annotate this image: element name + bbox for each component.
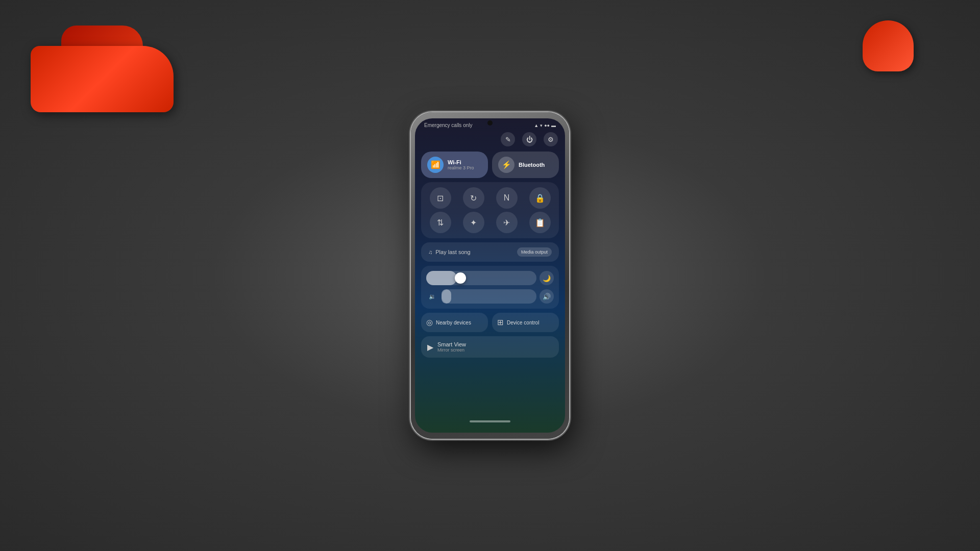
clipboard-tile[interactable]: 📋	[529, 212, 551, 233]
flashlight-icon: ✦	[470, 218, 477, 228]
device-control-tile[interactable]: ⊞ Device control	[492, 313, 559, 332]
media-output-label: Media output	[521, 249, 548, 255]
settings-icon: ⚙	[548, 136, 554, 143]
screen-lock-tile[interactable]: 🔒	[529, 187, 551, 209]
data-saver-icon: ⇅	[437, 218, 444, 228]
volume-start-icon: 🔉	[426, 290, 438, 303]
volume-slider[interactable]	[442, 289, 536, 304]
nfc-icon: N	[504, 193, 510, 203]
wifi-tile-icon: 📶	[427, 157, 444, 173]
speaker-icon: 🔊	[543, 293, 551, 300]
play-last-song-text: Play last song	[435, 249, 470, 255]
clipboard-icon: 📋	[535, 218, 545, 228]
nearby-devices-tile[interactable]: ◎ Nearby devices	[421, 313, 488, 332]
sync-tile[interactable]: ↻	[463, 187, 484, 209]
screenshot-tile[interactable]: ⊡	[430, 187, 451, 209]
wifi-sublabel: realme 3 Pro	[448, 165, 474, 170]
brightness-slider[interactable]	[426, 271, 536, 285]
bluetooth-symbol: ⚡	[502, 160, 511, 169]
media-output-button[interactable]: Media output	[517, 247, 552, 257]
brightness-thumb[interactable]	[455, 272, 466, 284]
bluetooth-tile-text: Bluetooth	[519, 162, 545, 168]
wifi-tile-text: Wi-Fi realme 3 Pro	[448, 159, 474, 170]
connectivity-tiles-row: 📶 Wi-Fi realme 3 Pro ⚡ Bluetooth	[421, 152, 559, 178]
toy-scooter-right	[837, 10, 939, 102]
bluetooth-label: Bluetooth	[519, 162, 545, 168]
emergency-calls-text: Emergency calls only	[424, 122, 472, 128]
wifi-icon: ▾	[540, 123, 543, 128]
smart-view-label: Smart View	[437, 341, 466, 347]
settings-button[interactable]: ⚙	[544, 132, 558, 146]
sync-icon: ↻	[470, 193, 477, 203]
wifi-label: Wi-Fi	[448, 159, 474, 165]
phone: Emergency calls only ▲ ▾ ●● ▬ ✎ ⏻ ⚙	[411, 112, 569, 439]
bluetooth-tile[interactable]: ⚡ Bluetooth	[492, 152, 559, 178]
smart-view-icon: ▶	[427, 342, 433, 352]
night-mode-button[interactable]: 🌙	[540, 271, 554, 285]
data-saver-tile[interactable]: ⇅	[430, 212, 451, 233]
toy-car-left	[31, 20, 194, 133]
top-action-icons: ✎ ⏻ ⚙	[421, 132, 559, 146]
home-bar[interactable]	[470, 420, 510, 422]
moon-icon: 🌙	[543, 274, 551, 282]
power-button[interactable]: ⏻	[522, 132, 536, 146]
smart-view-text: Smart View Mirror screen	[437, 341, 466, 353]
volume-speaker-button[interactable]: 🔊	[540, 289, 554, 304]
edit-icon: ✎	[505, 136, 511, 143]
status-bar: Emergency calls only ▲ ▾ ●● ▬	[415, 118, 565, 130]
sliders-section: 🌙 🔉 🔊	[421, 266, 559, 309]
smart-view-sublabel: Mirror screen	[437, 347, 466, 353]
device-control-icon: ⊞	[497, 318, 504, 327]
wifi-tile[interactable]: 📶 Wi-Fi realme 3 Pro	[421, 152, 488, 178]
status-icons: ▲ ▾ ●● ▬	[534, 123, 556, 128]
phone-screen: Emergency calls only ▲ ▾ ●● ▬ ✎ ⏻ ⚙	[415, 118, 565, 433]
music-note-icon: ♫	[428, 249, 432, 255]
signal-icon: ▲	[534, 123, 538, 128]
media-section[interactable]: ♫ Play last song Media output	[421, 242, 559, 262]
device-control-label: Device control	[507, 320, 539, 325]
brightness-fill	[426, 271, 457, 285]
airplane-mode-tile[interactable]: ✈	[496, 212, 518, 233]
power-icon: ⏻	[526, 136, 533, 143]
volume-slider-row: 🔉 🔊	[426, 289, 554, 304]
edit-button[interactable]: ✎	[501, 132, 515, 146]
nearby-devices-icon: ◎	[426, 318, 433, 327]
screenshot-icon: ⊡	[437, 193, 444, 203]
nfc-tile[interactable]: N	[496, 187, 518, 209]
signal-bars-icon: ●●	[544, 123, 550, 128]
battery-icon: ▬	[551, 123, 556, 128]
lock-icon: 🔒	[535, 193, 545, 203]
airplane-icon: ✈	[503, 218, 510, 228]
brightness-slider-row: 🌙	[426, 271, 554, 285]
volume-low-icon: 🔉	[429, 293, 436, 300]
flashlight-tile[interactable]: ✦	[463, 212, 484, 233]
smart-view-tile[interactable]: ▶ Smart View Mirror screen	[421, 336, 559, 358]
bluetooth-tile-icon: ⚡	[498, 157, 514, 173]
wifi-symbol: 📶	[431, 160, 440, 169]
quick-tiles-grid: ⊡ ↻ N 🔒 ⇅ ✦ ✈	[421, 182, 559, 238]
media-info: ♫ Play last song	[428, 249, 471, 255]
quick-settings-panel: ✎ ⏻ ⚙ 📶 Wi-Fi realme 3 Pro	[415, 130, 565, 366]
nearby-devices-label: Nearby devices	[436, 320, 471, 325]
bottom-tiles-row: ◎ Nearby devices ⊞ Device control	[421, 313, 559, 332]
volume-fill	[442, 289, 451, 304]
